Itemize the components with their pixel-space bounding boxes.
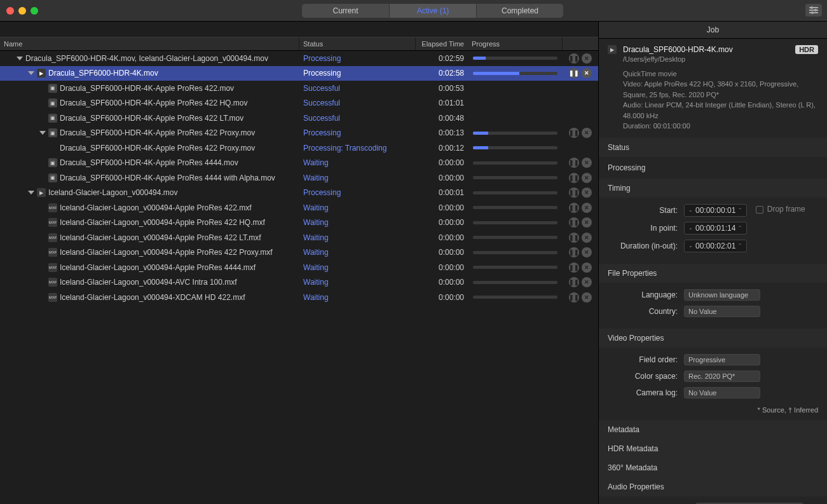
pause-button[interactable]: ❚❚ [569,217,579,228]
table-row[interactable]: ▣Dracula_SPF6000-HDR-4K-Apple ProRes 422… [0,96,598,111]
table-row[interactable]: ▣Dracula_SPF6000-HDR-4K-Apple ProRes 422… [0,126,598,141]
disclosure-triangle-icon[interactable] [39,131,46,135]
cancel-button[interactable]: ✕ [582,247,592,257]
row-name: Iceland-Glacier-Lagoon_v000494-XDCAM HD … [60,293,245,302]
cancel-button[interactable]: ✕ [582,68,592,78]
svg-point-3 [810,6,813,9]
section-hdr-metadata[interactable]: HDR Metadata [599,439,827,458]
cancel-button[interactable]: ✕ [582,53,592,64]
pause-button[interactable]: ❚❚ [569,292,579,303]
svg-point-5 [811,11,814,14]
table-row[interactable]: Dracula_SPF6000-HDR-4K-Apple ProRes 422 … [0,140,598,156]
progress-bar [473,146,557,149]
row-status: Waiting [299,158,416,167]
disclosure-triangle-icon[interactable] [28,191,34,194]
start-label: Start: [608,206,684,215]
pause-button[interactable]: ❚❚ [569,128,579,138]
pause-button[interactable]: ❚❚ [569,173,579,183]
row-elapsed-time: 0:00:53 [416,84,468,93]
cameralog-select[interactable]: No Value [684,387,760,398]
row-name: Dracula_SPF6000-HDR-4K-Apple ProRes 4444… [60,174,275,182]
fullscreen-window-button[interactable] [31,7,38,15]
window-controls [6,7,38,15]
svg-point-4 [814,9,817,11]
row-status: Successful [299,114,416,123]
progress-bar [473,176,557,179]
section-metadata[interactable]: Metadata [599,420,827,439]
row-elapsed-time: 0:00:00 [416,233,468,242]
column-header-name[interactable]: Name [0,37,299,50]
table-row[interactable]: MXFIceland-Glacier-Lagoon_v000494-Apple … [0,230,598,245]
table-row[interactable]: MXFIceland-Glacier-Lagoon_v000494-Apple … [0,200,598,215]
inspector-title: Job [599,22,827,39]
pause-button[interactable]: ❚❚ [569,158,579,168]
row-status: Processing [299,54,416,63]
inspector-toggle-button[interactable] [805,4,822,17]
table-row[interactable]: ▣Dracula_SPF6000-HDR-4K-Apple ProRes 422… [0,111,598,126]
table-row[interactable]: MXFIceland-Glacier-Lagoon_v000494-Apple … [0,245,598,261]
cancel-button[interactable]: ✕ [582,217,592,228]
drop-frame-checkbox[interactable] [756,206,763,214]
pause-button[interactable]: ❚❚ [569,233,579,243]
row-elapsed-time: 0:00:00 [416,248,468,257]
cancel-button[interactable]: ✕ [582,262,592,273]
table-row[interactable]: ▶Dracula_SPF6000-HDR-4K.movProcessing0:0… [0,66,598,81]
table-row[interactable]: ▣Dracula_SPF6000-HDR-4K-Apple ProRes 422… [0,81,598,96]
pause-button[interactable]: ❚❚ [569,68,579,78]
cancel-button[interactable]: ✕ [582,233,592,243]
tab-completed[interactable]: Completed [476,4,563,18]
cancel-button[interactable]: ✕ [582,277,592,287]
duration-label: Duration (in-out): [608,242,684,250]
row-elapsed-time: 0:02:59 [416,54,468,63]
status-value: Processing [608,163,645,172]
row-status: Processing [299,69,416,78]
cancel-button[interactable]: ✕ [582,128,592,138]
table-row[interactable]: ▣Dracula_SPF6000-HDR-4K-Apple ProRes 444… [0,156,598,171]
table-row[interactable]: ▣Dracula_SPF6000-HDR-4K-Apple ProRes 444… [0,170,598,186]
table-row[interactable]: MXFIceland-Glacier-Lagoon_v000494-XDCAM … [0,290,598,305]
pause-button[interactable]: ❚❚ [569,262,579,273]
fieldorder-select[interactable]: Progressive [684,354,760,365]
cancel-button[interactable]: ✕ [582,158,592,168]
tab-current[interactable]: Current [302,4,389,18]
inpoint-timecode-input[interactable]: ⌄00:00:01:14⌃ [684,222,747,235]
table-row[interactable]: ▶Iceland-Glacier-Lagoon_v000494.movProce… [0,186,598,201]
duration-timecode-input[interactable]: ⌄00:00:02:01⌃ [684,240,747,252]
colorspace-select[interactable]: Rec. 2020 PQ* [684,371,760,382]
start-timecode-input[interactable]: ⌄00:00:00:01⌃ [684,204,747,217]
column-header-elapsed-time[interactable]: Elapsed Time [416,37,468,50]
file-name: Dracula_SPF6000-HDR-4K.mov [623,45,733,54]
minimize-window-button[interactable] [18,7,26,15]
country-select[interactable]: No Value [684,306,760,317]
row-status: Processing: Transcoding [299,144,416,153]
pause-button[interactable]: ❚❚ [569,203,579,213]
cancel-button[interactable]: ✕ [582,292,592,303]
pause-button[interactable]: ❚❚ [569,247,579,257]
row-elapsed-time: 0:00:00 [416,174,468,182]
pause-button[interactable]: ❚❚ [569,53,579,64]
table-row[interactable]: Dracula_SPF6000-HDR-4K.mov, Iceland-Glac… [0,51,598,66]
table-row[interactable]: MXFIceland-Glacier-Lagoon_v000494-AVC In… [0,275,598,290]
colorspace-label: Color space: [608,372,684,381]
column-header-progress[interactable]: Progress [468,37,563,50]
duration-summary: Duration: 00:01:00:00 [623,121,818,132]
pause-button[interactable]: ❚❚ [569,277,579,287]
cancel-button[interactable]: ✕ [582,187,592,198]
cancel-button[interactable]: ✕ [582,173,592,183]
pause-button[interactable]: ❚❚ [569,187,579,198]
disclosure-triangle-icon[interactable] [28,71,34,75]
row-status: Successful [299,84,416,93]
language-select[interactable]: Unknown language [684,289,760,301]
column-header-status[interactable]: Status [299,37,416,50]
row-name: Dracula_SPF6000-HDR-4K-Apple ProRes 422 … [60,99,247,107]
close-window-button[interactable] [6,7,14,15]
fieldorder-label: Field order: [608,355,684,364]
cancel-button[interactable]: ✕ [582,203,592,213]
inpoint-label: In point: [608,224,684,233]
progress-bar [473,281,557,284]
tab-active-[interactable]: Active (1) [389,4,476,18]
table-row[interactable]: MXFIceland-Glacier-Lagoon_v000494-Apple … [0,260,598,275]
table-row[interactable]: MXFIceland-Glacier-Lagoon_v000494-Apple … [0,215,598,231]
disclosure-triangle-icon[interactable] [17,57,23,60]
section-360-metadata[interactable]: 360° Metadata [599,458,827,477]
